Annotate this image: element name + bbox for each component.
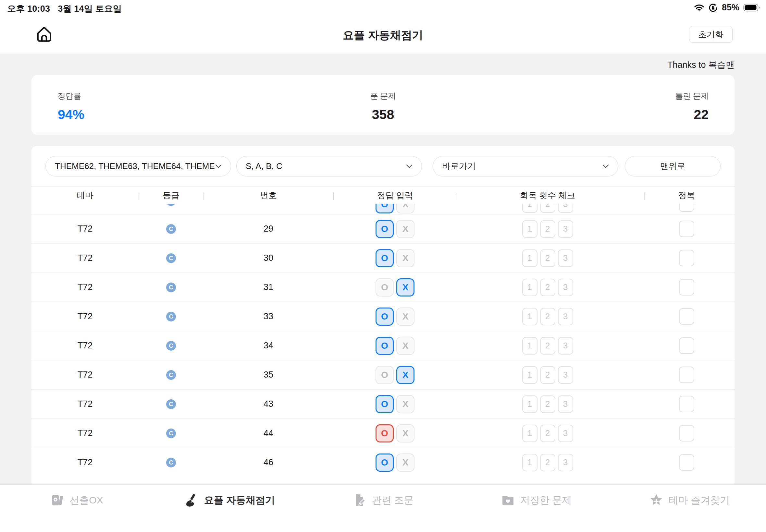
status-bar: 오후 10:03 3월 14일 토요일 85% bbox=[0, 0, 766, 15]
read-check[interactable]: 1 bbox=[522, 204, 538, 213]
conquer-checkbox[interactable] bbox=[679, 204, 694, 212]
answer-x-button[interactable]: X bbox=[396, 424, 415, 442]
stat-wrong: 틀린 문제 22 bbox=[675, 75, 709, 135]
answer-o-button[interactable]: O bbox=[375, 308, 394, 326]
read-check-2[interactable]: 2 bbox=[540, 425, 555, 442]
table-row: T72 C 35 O X 1 2 3 bbox=[31, 360, 735, 389]
read-check-3[interactable]: 3 bbox=[558, 454, 573, 471]
answer-o-button[interactable]: O bbox=[375, 366, 394, 384]
read-check-1[interactable]: 1 bbox=[522, 220, 538, 238]
answer-x-button[interactable]: X bbox=[396, 204, 415, 213]
scroll-top-button[interactable]: 맨위로 bbox=[625, 156, 721, 176]
tab-saved-questions[interactable]: 저장한 문제 bbox=[460, 485, 613, 532]
read-check-2[interactable]: 2 bbox=[540, 279, 555, 296]
answer-x-button[interactable]: X bbox=[396, 220, 415, 238]
conquer-checkbox[interactable] bbox=[679, 454, 694, 471]
read-check-3[interactable]: 3 bbox=[558, 249, 573, 267]
read-check-3[interactable]: 3 bbox=[558, 366, 573, 384]
read-check-3[interactable]: 3 bbox=[558, 337, 573, 355]
conquer-checkbox[interactable] bbox=[679, 396, 694, 412]
read-check[interactable]: 3 bbox=[558, 204, 573, 213]
theme-select[interactable]: THEME62, THEME63, THEME64, THEME65, T... bbox=[45, 156, 231, 176]
conquer-checkbox[interactable] bbox=[679, 308, 694, 325]
conquer-checkbox[interactable] bbox=[679, 279, 694, 296]
app-screen: 오후 10:03 3월 14일 토요일 85% bbox=[0, 0, 766, 532]
read-check-2[interactable]: 2 bbox=[540, 366, 555, 384]
chevron-down-icon bbox=[602, 164, 609, 168]
row-theme: T72 bbox=[78, 370, 93, 380]
grade-select[interactable]: S, A, B, C bbox=[236, 156, 422, 176]
answer-x-button[interactable]: X bbox=[396, 308, 415, 326]
read-check-1[interactable]: 1 bbox=[522, 279, 538, 296]
document-pen-icon bbox=[352, 493, 367, 507]
tab-related-articles[interactable]: 관련 조문 bbox=[306, 485, 460, 532]
read-check-1[interactable]: 1 bbox=[522, 337, 538, 355]
table-row: T72 C 29 O X 1 2 3 bbox=[31, 214, 735, 243]
read-check-3[interactable]: 3 bbox=[558, 220, 573, 238]
row-number: 30 bbox=[263, 253, 273, 263]
answer-o-button[interactable]: O bbox=[375, 220, 394, 238]
read-check-2[interactable]: 2 bbox=[540, 337, 555, 355]
answer-o-button[interactable]: O bbox=[375, 249, 394, 267]
answer-o-button[interactable]: O bbox=[375, 337, 394, 355]
read-check-1[interactable]: 1 bbox=[522, 454, 538, 471]
read-check-2[interactable]: 2 bbox=[540, 220, 555, 238]
answer-o-button[interactable]: O bbox=[375, 453, 394, 472]
flashcards-ox-icon bbox=[50, 493, 64, 507]
conquer-checkbox[interactable] bbox=[679, 337, 694, 354]
row-number: 35 bbox=[263, 370, 273, 380]
row-theme: T72 bbox=[78, 399, 93, 409]
answer-o-button[interactable]: O bbox=[375, 424, 394, 442]
table-row: T72 C 31 O X 1 2 3 bbox=[31, 272, 735, 302]
tab-seonchul-ox[interactable]: 선출OX bbox=[0, 485, 153, 532]
shortcut-select[interactable]: 바로가기 bbox=[433, 156, 618, 176]
page-title: 요플 자동채점기 bbox=[0, 28, 766, 43]
read-check-2[interactable]: 2 bbox=[540, 249, 555, 267]
tab-label: 테마 즐겨찾기 bbox=[669, 494, 730, 507]
answer-x-button[interactable]: X bbox=[396, 395, 415, 413]
answer-o-button[interactable]: O bbox=[375, 204, 394, 213]
tab-theme-favorites[interactable]: 테마 즐겨찾기 bbox=[613, 485, 766, 532]
table-row: T72 C 30 O X 1 2 3 bbox=[31, 243, 735, 272]
table-body: T72 C 29 O X 1 2 3 T72 C 30 O X 1 2 3 T7… bbox=[31, 214, 735, 477]
read-check-3[interactable]: 3 bbox=[558, 395, 573, 413]
row-theme: T72 bbox=[78, 428, 93, 438]
conquer-checkbox[interactable] bbox=[679, 221, 694, 237]
read-check-2[interactable]: 2 bbox=[540, 395, 555, 413]
answer-o-button[interactable]: O bbox=[375, 278, 394, 296]
read-check-3[interactable]: 3 bbox=[558, 425, 573, 442]
answer-x-button[interactable]: X bbox=[396, 278, 415, 296]
tab-auto-grader[interactable]: 요플 자동채점기 bbox=[153, 485, 306, 532]
conquer-checkbox[interactable] bbox=[679, 250, 694, 266]
read-check-3[interactable]: 3 bbox=[558, 308, 573, 325]
reset-button[interactable]: 초기화 bbox=[689, 26, 733, 43]
answer-x-button[interactable]: X bbox=[396, 366, 415, 384]
star-plus-icon bbox=[649, 493, 663, 507]
conquer-checkbox[interactable] bbox=[679, 425, 694, 441]
read-check[interactable]: 2 bbox=[540, 204, 555, 213]
read-check-1[interactable]: 1 bbox=[522, 425, 538, 442]
stat-label: 푼 문제 bbox=[31, 91, 735, 101]
answer-x-button[interactable]: X bbox=[396, 453, 415, 472]
header-divider bbox=[457, 193, 457, 200]
table-header: 테마 등급 번호 정답 입력 회독 횟수 체크 정복 bbox=[31, 187, 735, 204]
row-number: 46 bbox=[263, 457, 273, 467]
answer-x-button[interactable]: X bbox=[396, 249, 415, 267]
content-area: Thanks to 복습맨 정답률 94% 푼 문제 358 틀린 문제 22 … bbox=[0, 54, 766, 484]
filter-bar: THEME62, THEME63, THEME64, THEME65, T...… bbox=[31, 146, 735, 187]
read-check-3[interactable]: 3 bbox=[558, 279, 573, 296]
read-check-1[interactable]: 1 bbox=[522, 249, 538, 267]
read-check-2[interactable]: 2 bbox=[540, 308, 555, 325]
read-check-2[interactable]: 2 bbox=[540, 454, 555, 471]
answer-o-button[interactable]: O bbox=[375, 395, 394, 413]
answer-x-button[interactable]: X bbox=[396, 337, 415, 355]
read-check-1[interactable]: 1 bbox=[522, 366, 538, 384]
conquer-checkbox[interactable] bbox=[679, 367, 694, 383]
tab-label: 선출OX bbox=[69, 494, 103, 507]
row-number: 31 bbox=[263, 282, 273, 292]
read-check-1[interactable]: 1 bbox=[522, 308, 538, 325]
stats-card: 정답률 94% 푼 문제 358 틀린 문제 22 bbox=[31, 75, 735, 135]
question-card: THEME62, THEME63, THEME64, THEME65, T...… bbox=[31, 146, 735, 484]
grade-badge: C bbox=[166, 429, 176, 438]
read-check-1[interactable]: 1 bbox=[522, 395, 538, 413]
